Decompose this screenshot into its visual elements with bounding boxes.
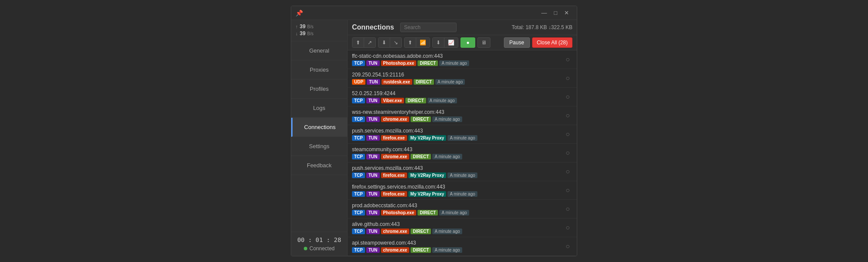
- conn-close-button[interactable]: ○: [563, 205, 572, 213]
- green-dot-icon: ●: [466, 40, 469, 46]
- page-title: Connections: [352, 23, 394, 31]
- app-window: 📌 — □ ✕ ↑ 39 B/s ↓ 39 B/s G: [291, 6, 577, 256]
- pause-button[interactable]: Pause: [504, 37, 530, 48]
- conn-close-button[interactable]: ○: [563, 111, 572, 120]
- table-row: steamcommunity.com:443TCPTUNchrome.exeDI…: [348, 144, 577, 163]
- conn-host: 52.0.252.159:4244: [352, 90, 560, 96]
- conn-tag-direct: DIRECT: [411, 229, 431, 234]
- conn-tag-tun: TUN: [366, 154, 380, 159]
- conn-tag-proxy: My V2Ray Proxy: [408, 135, 447, 141]
- sidebar-item-general[interactable]: General: [291, 41, 347, 60]
- conn-tag-direct: DIRECT: [405, 98, 426, 103]
- upload-btn[interactable]: ⬆: [352, 38, 364, 47]
- upload-chart-btn[interactable]: ↗: [364, 38, 375, 47]
- upload2-pair: ⬆ 📶: [404, 37, 430, 48]
- conn-tag-proxy: My V2Ray Proxy: [408, 191, 447, 197]
- conn-tags: TCPTUNchrome.exeDIRECTA minute ago: [352, 154, 560, 159]
- sidebar-nav: General Proxies Profiles Logs Connection…: [291, 41, 347, 232]
- conn-close-button[interactable]: ○: [563, 93, 572, 101]
- conn-tag-tun: TUN: [366, 191, 380, 197]
- conn-tag-app: Photoshop.exe: [381, 210, 417, 216]
- conn-tag-tun: TUN: [366, 229, 380, 234]
- conn-tag-time: A minute ago: [432, 116, 462, 122]
- conn-close-button[interactable]: ○: [563, 149, 572, 157]
- table-row: ffc-static-cdn.oobesaas.adobe.com:443TCP…: [348, 50, 577, 69]
- green-btn[interactable]: ●: [460, 37, 475, 48]
- conn-tag-tcp: TCP: [352, 210, 365, 216]
- conn-tag-direct: DIRECT: [418, 210, 438, 216]
- upload-stat: ↑ 39 B/s: [296, 23, 343, 30]
- conn-info: push.services.mozilla.com:443TCPTUNfiref…: [352, 128, 560, 141]
- download-chart-btn[interactable]: ↘: [390, 38, 401, 47]
- conn-host: push.services.mozilla.com:443: [352, 165, 560, 171]
- sidebar-item-proxies[interactable]: Proxies: [291, 60, 347, 80]
- download-stat: ↓ 39 B/s: [296, 30, 343, 36]
- table-row: firefox.settings.services.mozilla.com:44…: [348, 181, 577, 200]
- conn-tag-app: firefox.exe: [381, 191, 407, 197]
- conn-tag-tcp: TCP: [352, 98, 365, 103]
- conn-close-button[interactable]: ○: [563, 242, 572, 251]
- sidebar-item-settings[interactable]: Settings: [291, 137, 347, 156]
- close-all-button[interactable]: Close All (28): [532, 37, 572, 48]
- total-info: Total: 187.8 KB ↓322.5 KB: [512, 24, 572, 30]
- conn-tag-app: Photoshop.exe: [381, 60, 417, 66]
- download-btn[interactable]: ⬇: [378, 38, 390, 47]
- conn-host: steamcommunity.com:443: [352, 146, 560, 153]
- conn-tags: TCPTUNPhotoshop.exeDIRECTA minute ago: [352, 60, 560, 66]
- conn-close-button[interactable]: ○: [563, 223, 572, 232]
- conn-host: 209.250.254.15:21116: [352, 72, 560, 78]
- conn-info: ffc-static-cdn.oobesaas.adobe.com:443TCP…: [352, 53, 560, 66]
- conn-info: firefox.settings.services.mozilla.com:44…: [352, 184, 560, 197]
- conn-tag-time: A minute ago: [447, 191, 477, 197]
- download-arrow-icon: ↓: [296, 31, 298, 36]
- conn-close-button[interactable]: ○: [563, 74, 572, 83]
- conn-tag-time: A minute ago: [432, 247, 462, 253]
- sidebar-item-feedback[interactable]: Feedback: [291, 156, 347, 175]
- sidebar-item-logs[interactable]: Logs: [291, 99, 347, 118]
- conn-tag-tcp: TCP: [352, 116, 365, 122]
- conn-tag-direct: DIRECT: [411, 154, 431, 159]
- table-row: 209.250.254.15:21116UDPTUNrustdesk.exeDI…: [348, 69, 577, 88]
- conn-tag-time: A minute ago: [432, 154, 462, 159]
- connections-list: ffc-static-cdn.oobesaas.adobe.com:443TCP…: [348, 50, 577, 256]
- conn-close-button[interactable]: ○: [563, 130, 572, 139]
- upload2-icon: ⬆: [408, 40, 412, 46]
- download-icon: ⬇: [382, 40, 386, 46]
- sidebar: ↑ 39 B/s ↓ 39 B/s General Proxies Profil…: [291, 20, 348, 256]
- upload2-btn[interactable]: ⬆: [404, 38, 416, 47]
- search-input[interactable]: [400, 23, 457, 32]
- download2-btn[interactable]: ⬇: [433, 38, 444, 47]
- upload-unit: B/s: [307, 24, 313, 29]
- conn-tags: TCPTUNfirefox.exeMy V2Ray ProxyA minute …: [352, 172, 560, 178]
- conn-tag-tcp: TCP: [352, 172, 365, 178]
- maximize-button[interactable]: □: [550, 9, 561, 17]
- conn-tag-tcp: TCP: [352, 154, 365, 159]
- conn-tag-tun: TUN: [366, 98, 380, 103]
- download-chart-icon: ↘: [394, 40, 398, 46]
- monitor-icon: 🖥: [481, 40, 487, 46]
- conn-tag-tcp: TCP: [352, 191, 365, 197]
- conn-tag-direct: DIRECT: [411, 247, 431, 253]
- sidebar-footer: 00 : 01 : 28 Connected: [291, 232, 347, 256]
- sidebar-item-connections[interactable]: Connections: [291, 118, 347, 137]
- timer: 00 : 01 : 28: [296, 236, 343, 243]
- content-header: Connections Total: 187.8 KB ↓322.5 KB: [348, 20, 577, 35]
- conn-tag-time: A minute ago: [439, 60, 469, 66]
- content-area: Connections Total: 187.8 KB ↓322.5 KB ⬆ …: [348, 20, 577, 256]
- conn-info: push.services.mozilla.com:443TCPTUNfiref…: [352, 165, 560, 178]
- chart3-btn[interactable]: 📈: [444, 38, 458, 47]
- chart2-btn[interactable]: 📶: [416, 38, 430, 47]
- conn-tag-tcp: TCP: [352, 247, 365, 253]
- conn-close-button[interactable]: ○: [563, 55, 572, 64]
- conn-info: steamcommunity.com:443TCPTUNchrome.exeDI…: [352, 146, 560, 159]
- close-button[interactable]: ✕: [561, 9, 572, 17]
- conn-close-button[interactable]: ○: [563, 186, 572, 195]
- conn-close-button[interactable]: ○: [563, 167, 572, 176]
- conn-tag-app: rustdesk.exe: [381, 79, 412, 85]
- sidebar-item-profiles[interactable]: Profiles: [291, 80, 347, 99]
- table-row: prod.adobeccstatic.com:443TCPTUNPhotosho…: [348, 200, 577, 219]
- minimize-button[interactable]: —: [538, 9, 550, 17]
- conn-tag-tcp: TCP: [352, 135, 365, 141]
- download-pair: ⬇ ↘: [378, 37, 402, 48]
- monitor-btn[interactable]: 🖥: [477, 37, 490, 48]
